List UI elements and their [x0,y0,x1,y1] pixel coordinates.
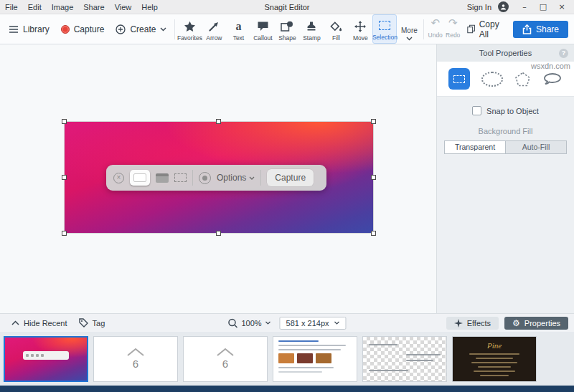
share-icon [522,24,532,34]
share-button[interactable]: Share [513,21,568,38]
copy-all-button[interactable]: Copy All [461,19,510,39]
callout-icon [257,21,269,32]
snap-to-object-checkbox[interactable] [472,106,481,115]
capture-label: Capture [74,24,105,34]
help-icon[interactable]: ? [559,49,568,58]
toolbar-separator [423,19,424,39]
ellipse-selection-option[interactable] [481,72,503,87]
thumbnail-shortcut-key[interactable]: 6 [183,336,268,382]
tool-selection[interactable]: Selection [372,14,397,44]
web-image [278,353,294,363]
sign-in-link[interactable]: Sign In [467,3,491,11]
selected-image[interactable]: × Options Capture [65,122,373,233]
tool-label: Fill [332,35,340,42]
menu-title: Pine [453,341,536,350]
thumbnail-menu-card[interactable]: Pine [452,336,537,382]
lasso-selection-option[interactable] [542,72,563,85]
selection-handle[interactable] [371,119,376,124]
drawing-tools: Favorites Arrow a Text Callout Shape Sta… [177,14,421,44]
canvas[interactable]: × Options Capture [0,44,436,313]
redo-button[interactable]: ↷ Redo [444,17,462,42]
options-label: Options [217,173,246,183]
tool-fill[interactable]: Fill [324,14,348,44]
hide-recent-label: Hide Recent [24,319,67,328]
minimize-button[interactable]: – [515,2,534,11]
properties-label: Properties [524,319,560,328]
selection-handle[interactable] [62,119,67,124]
watermark: wsxdn.com [531,62,570,70]
tool-text[interactable]: a Text [226,14,250,44]
text-icon: a [235,21,241,32]
account-avatar[interactable] [498,1,509,12]
tool-arrow[interactable]: Arrow [202,14,226,44]
snagit-editor-window: File Edit Image Share View Help Snagit E… [0,0,574,392]
record-icon[interactable] [199,172,211,184]
redo-icon: ↷ [448,18,458,29]
menu-file[interactable]: File [0,3,23,11]
polygon-selection-option[interactable] [514,72,531,87]
thumbnail-gradient-capture[interactable] [4,336,88,382]
capture-action-button[interactable]: Capture [267,169,314,186]
chevron-down-icon [160,27,166,32]
menu-help[interactable]: Help [136,3,163,11]
effects-button[interactable]: Effects [446,317,499,330]
arrow-icon [208,21,220,32]
tool-move[interactable]: Move [348,14,372,44]
properties-button[interactable]: ⚙ Properties [504,317,568,330]
tool-callout[interactable]: Callout [250,14,275,44]
rect-selection-option[interactable] [448,68,470,90]
key-number: 6 [222,358,228,370]
tag-icon [79,318,88,328]
options-dropdown[interactable]: Options [217,173,255,183]
more-label: More [401,27,418,34]
zoom-control[interactable]: 100% [227,318,270,328]
selection-handle[interactable] [371,231,376,236]
move-icon [354,21,366,32]
caret-glyph-icon [126,348,145,356]
thumbnail-webpage[interactable] [273,336,357,382]
create-button[interactable]: Create [110,14,172,44]
menu-image[interactable]: Image [47,3,79,11]
selection-handle[interactable] [62,231,67,236]
tag-button[interactable]: Tag [73,318,111,328]
maximize-button[interactable]: □ [534,2,552,11]
transparent-option[interactable]: Transparent [444,140,506,154]
close-capture-icon[interactable]: × [113,173,124,183]
tool-stamp[interactable]: Stamp [299,14,324,44]
tool-more[interactable]: More [397,14,421,44]
menu-edit[interactable]: Edit [23,3,47,11]
main-area: × Options Capture Tool Properties [0,44,574,313]
capture-entire-screen-button[interactable] [130,170,150,186]
menu-view[interactable]: View [110,3,137,11]
library-button[interactable]: Library [3,14,55,44]
hide-recent-button[interactable]: Hide Recent [6,319,73,328]
capture-portion-icon[interactable] [174,173,187,182]
background-fill-segmented: Transparent Auto-Fill [444,140,567,154]
thumbnail-shortcut-key[interactable]: 6 [93,336,178,382]
auto-fill-option[interactable]: Auto-Fill [506,140,567,154]
selection-handle[interactable] [216,231,221,236]
effects-label: Effects [467,319,491,328]
selection-handle[interactable] [371,175,376,180]
close-button[interactable]: × [552,2,571,11]
chevron-up-icon [11,320,19,325]
undo-button[interactable]: ↶ Undo [426,17,444,42]
thumbnail-transparent-image[interactable] [362,336,447,382]
menu-share[interactable]: Share [78,3,109,11]
capture-button[interactable]: Capture [55,14,110,44]
chevron-down-icon [334,321,340,325]
tool-shape[interactable]: Shape [275,14,299,44]
person-icon [500,4,507,10]
dashed-rect-icon [453,75,465,83]
redo-label: Redo [446,32,460,39]
snap-to-object-label: Snap to Object [486,107,539,115]
chevron-down-icon [406,37,413,41]
dimensions-dropdown[interactable]: 581 x 214px [280,317,347,330]
screen-icon [133,173,146,182]
chevron-down-icon [249,176,255,180]
menubar: File Edit Image Share View Help [0,3,163,11]
capture-window-icon[interactable] [156,173,169,183]
selection-handle[interactable] [216,119,221,124]
selection-handle[interactable] [62,175,67,180]
tool-favorites[interactable]: Favorites [177,14,202,44]
